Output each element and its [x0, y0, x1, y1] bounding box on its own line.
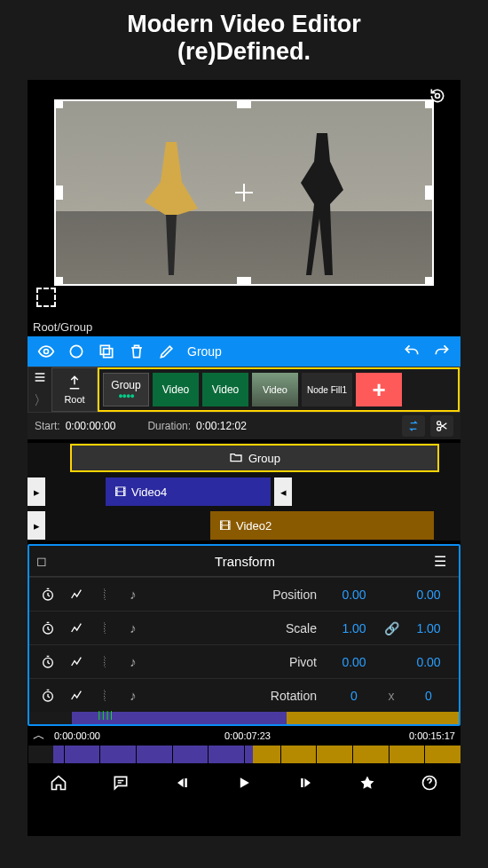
- clip-video[interactable]: Video: [153, 373, 199, 406]
- timeline-tracks: Group ▸ 🎞 Video4 ◂ ▸ 🎞 Video2: [28, 443, 460, 541]
- film-icon: 🎞: [219, 519, 231, 533]
- resize-handle[interactable]: [54, 277, 63, 286]
- start-value[interactable]: 0:00:00:00: [66, 420, 116, 432]
- edit-button[interactable]: [153, 339, 180, 364]
- fullscreen-icon[interactable]: [36, 288, 56, 307]
- graph-icon[interactable]: [63, 588, 90, 602]
- step-forward-button[interactable]: [292, 769, 320, 797]
- track-expand-handle[interactable]: ▸: [28, 477, 45, 506]
- select-button[interactable]: [63, 339, 90, 364]
- stopwatch-icon[interactable]: [35, 655, 61, 669]
- wave-icon[interactable]: ⦚: [91, 655, 118, 668]
- premium-button[interactable]: [353, 769, 382, 797]
- property-name: Rotation: [148, 689, 327, 703]
- preview-canvas[interactable]: [54, 99, 434, 286]
- breadcrumb: Root/Group: [28, 318, 460, 336]
- list-view-icon[interactable]: [33, 370, 47, 388]
- node-browser: 〉 Root Group ●●●● Video Video Video Node…: [28, 367, 460, 413]
- graph-icon[interactable]: [63, 655, 90, 669]
- svg-rect-3: [104, 349, 113, 358]
- clip-video[interactable]: Video: [252, 373, 298, 406]
- resize-handle[interactable]: [54, 185, 63, 200]
- group-children-dots: ●●●●: [118, 391, 134, 400]
- clip-video[interactable]: Video: [202, 373, 248, 406]
- clip-group[interactable]: Group ●●●●: [103, 373, 149, 406]
- clip-nodefill[interactable]: Node Fill1: [302, 373, 352, 406]
- property-value[interactable]: 0.00: [404, 655, 453, 669]
- svg-point-1: [44, 350, 49, 354]
- wave-icon[interactable]: ⦚: [91, 621, 118, 635]
- property-row: ⦚♪Pivot0.000.00: [29, 644, 459, 678]
- property-value[interactable]: 0: [404, 689, 453, 703]
- stopwatch-icon[interactable]: [35, 588, 61, 602]
- keyframe-mini-timeline[interactable]: ||||: [29, 712, 459, 724]
- delete-button[interactable]: [123, 339, 150, 364]
- track-clip-video4[interactable]: 🎞 Video4: [106, 477, 271, 506]
- property-value[interactable]: 1.00: [404, 621, 453, 635]
- graph-icon[interactable]: [63, 689, 90, 703]
- property-name: Scale: [148, 621, 327, 635]
- header-line1: Modern Video Editor: [127, 11, 361, 37]
- redo-button[interactable]: [429, 339, 455, 364]
- note-icon[interactable]: ♪: [120, 620, 146, 635]
- timeline-overview[interactable]: [28, 746, 460, 763]
- preview-area: [28, 80, 460, 318]
- comments-button[interactable]: [106, 769, 135, 797]
- start-label: Start:: [35, 420, 60, 432]
- home-button[interactable]: [44, 769, 73, 797]
- resize-handle[interactable]: [425, 185, 434, 200]
- track-expand-handle[interactable]: ▸: [28, 511, 45, 540]
- swap-button[interactable]: [402, 415, 425, 437]
- note-icon[interactable]: ♪: [120, 587, 146, 602]
- track-clip-label: Group: [248, 452, 280, 465]
- timeline-time: 0:00:07:23: [224, 730, 271, 741]
- property-row: ⦚♪Position0.000.00: [29, 577, 459, 611]
- property-row: ⦚♪Scale1.00🔗1.00: [29, 611, 459, 644]
- track-clip-label: Video4: [131, 485, 167, 499]
- track-clip-group[interactable]: Group: [70, 444, 439, 472]
- bottom-bar: [28, 763, 460, 802]
- undo-button[interactable]: [398, 339, 425, 364]
- property-value[interactable]: 0.00: [404, 588, 453, 602]
- property-value[interactable]: 1.00: [329, 621, 379, 635]
- timeline-time: 0:00:15:17: [409, 730, 455, 741]
- track-trim-handle[interactable]: ◂: [274, 477, 292, 506]
- center-crosshair-icon: [235, 184, 253, 201]
- track-video4: ▸ 🎞 Video4 ◂: [28, 477, 460, 507]
- resize-handle[interactable]: [425, 99, 434, 108]
- stopwatch-icon[interactable]: [35, 689, 61, 703]
- chevron-right-icon[interactable]: 〉: [34, 392, 47, 409]
- link-icon[interactable]: 🔗: [381, 621, 402, 635]
- wave-icon[interactable]: ⦚: [91, 689, 118, 702]
- scissors-button[interactable]: [430, 415, 453, 437]
- stopwatch-icon[interactable]: [35, 621, 61, 635]
- copy-button[interactable]: [93, 339, 120, 364]
- note-icon[interactable]: ♪: [120, 654, 146, 669]
- property-value[interactable]: 0: [329, 689, 379, 703]
- duration-value[interactable]: 0:00:12:02: [196, 420, 247, 432]
- visibility-toggle[interactable]: [33, 339, 59, 364]
- toolbar-target-label: Group: [187, 344, 222, 359]
- wave-icon[interactable]: ⦚: [91, 588, 118, 601]
- add-node-button[interactable]: +: [356, 373, 402, 406]
- resize-handle[interactable]: [237, 277, 251, 286]
- resize-handle[interactable]: [54, 99, 63, 108]
- preview-content: [295, 133, 349, 275]
- note-icon[interactable]: ♪: [120, 688, 146, 703]
- corner-handles-icon[interactable]: ◻: [36, 554, 56, 568]
- property-value[interactable]: 0.00: [329, 588, 379, 602]
- help-button[interactable]: [415, 769, 444, 797]
- header-line2: (re)Defined.: [177, 38, 311, 65]
- menu-icon[interactable]: ☰: [434, 553, 452, 570]
- track-clip-video2[interactable]: 🎞 Video2: [210, 511, 434, 540]
- resize-handle[interactable]: [425, 277, 434, 286]
- step-back-button[interactable]: [168, 769, 196, 797]
- track-clip-label: Video2: [236, 519, 272, 533]
- graph-icon[interactable]: [63, 621, 90, 635]
- property-value[interactable]: 0.00: [329, 655, 379, 669]
- chevron-up-icon[interactable]: ︿: [33, 728, 54, 744]
- play-button[interactable]: [230, 769, 258, 797]
- folder-icon: [229, 450, 243, 467]
- root-button[interactable]: Root: [51, 367, 98, 412]
- resize-handle[interactable]: [237, 99, 251, 108]
